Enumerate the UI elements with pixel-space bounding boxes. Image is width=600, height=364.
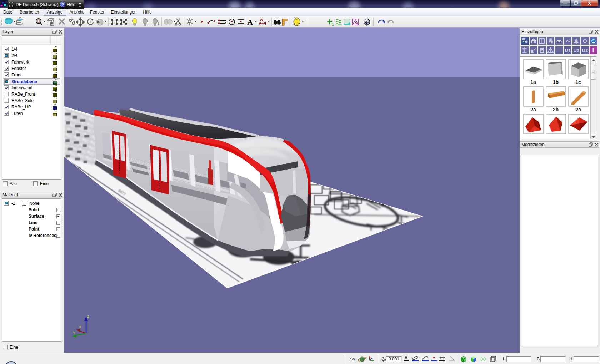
svg-text:O: O — [583, 38, 587, 44]
svg-text:2a: 2a — [530, 107, 536, 112]
svg-text:A: A — [247, 17, 253, 26]
svg-text:Sn: Sn — [350, 357, 355, 361]
svg-text:z: z — [19, 16, 21, 20]
svg-text:2b: 2b — [553, 107, 559, 112]
svg-text:i: i — [158, 22, 159, 26]
svg-text:1c: 1c — [575, 79, 581, 85]
svg-text:z: z — [87, 314, 89, 318]
svg-text:A: A — [404, 355, 408, 360]
svg-text:Y: Y — [73, 331, 76, 335]
svg-text:U2: U2 — [574, 48, 580, 53]
svg-text:x: x — [79, 324, 81, 329]
svg-text:1: 1 — [332, 22, 334, 26]
svg-text:2c: 2c — [575, 107, 581, 112]
svg-text:U3: U3 — [582, 48, 588, 53]
svg-text:U1: U1 — [565, 48, 571, 53]
svg-text:1b: 1b — [553, 79, 559, 85]
svg-text:1a: 1a — [530, 79, 536, 85]
